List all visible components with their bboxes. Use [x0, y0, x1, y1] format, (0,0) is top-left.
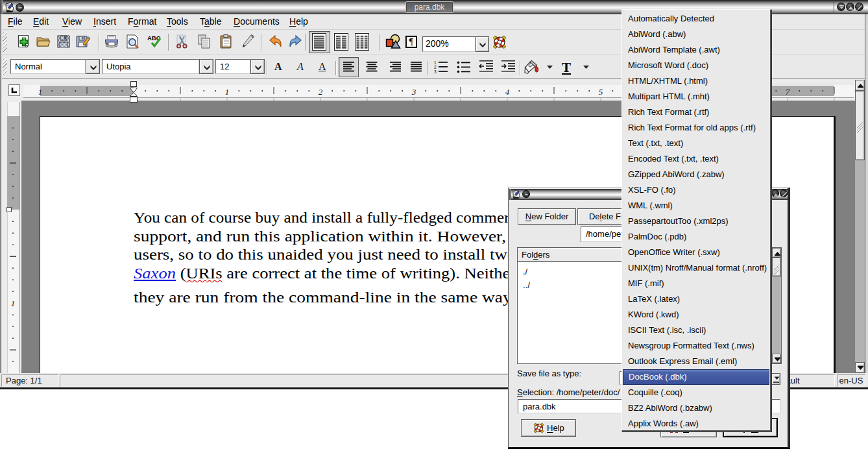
- svg-text:3: 3: [434, 69, 437, 73]
- svg-text:2: 2: [434, 65, 437, 69]
- svg-text:1: 1: [434, 60, 437, 65]
